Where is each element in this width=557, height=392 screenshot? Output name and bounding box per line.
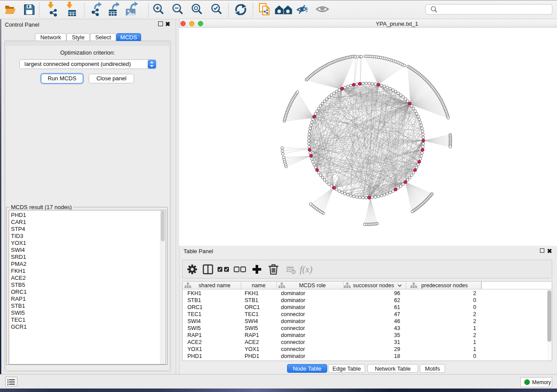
svg-text:f(x): f(x) (300, 264, 312, 275)
